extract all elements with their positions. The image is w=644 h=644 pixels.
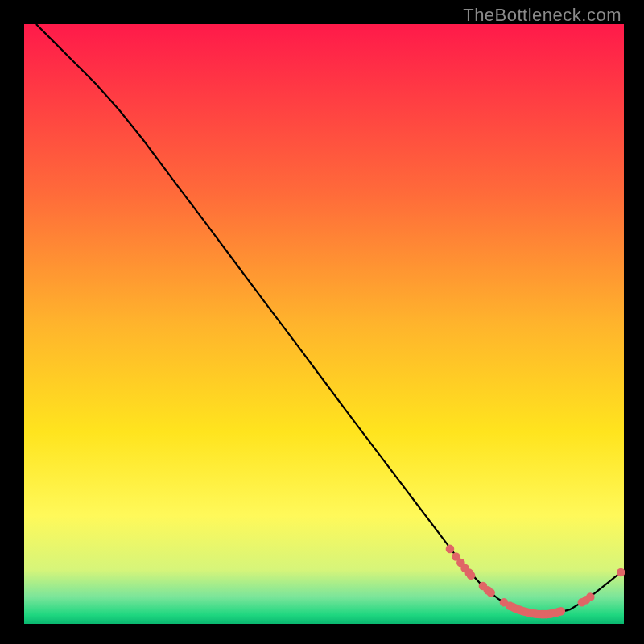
watermark-text: TheBottleneck.com: [463, 5, 621, 26]
data-marker: [617, 568, 625, 577]
data-marker: [556, 607, 565, 616]
gradient-background: [24, 24, 624, 624]
data-marker: [446, 545, 455, 554]
data-marker: [486, 588, 495, 597]
chart-svg: [0, 0, 644, 644]
bottleneck-chart: TheBottleneck.com: [0, 0, 644, 644]
data-marker: [586, 592, 595, 601]
data-marker: [467, 571, 476, 580]
